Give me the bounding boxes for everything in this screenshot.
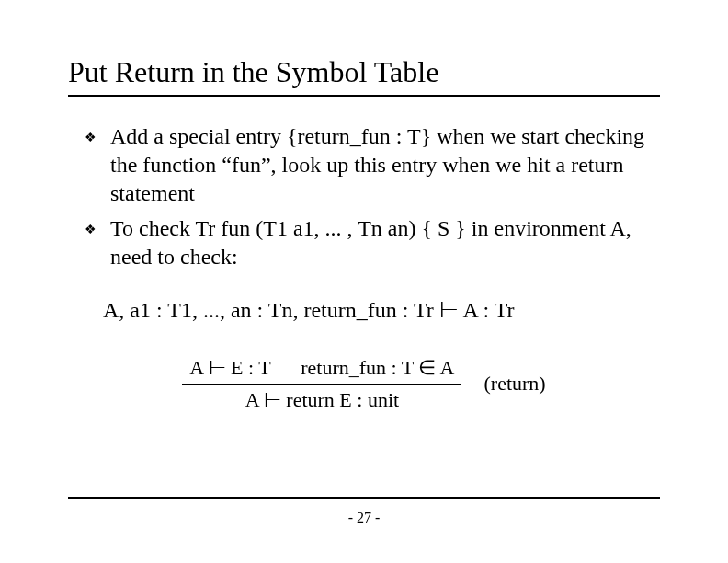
list-item: ❖ Add a special entry {return_fun : T} w… bbox=[85, 122, 660, 209]
bullet-text: To check Tr fun (T1 a1, ... , Tn an) { S… bbox=[110, 214, 660, 271]
typing-formula: A, a1 : T1, ..., an : Tn, return_fun : T… bbox=[103, 297, 660, 323]
rule-conclusion: A ⊢ return E : unit bbox=[182, 386, 461, 412]
inference-rule: A ⊢ E : T return_fun : T ∈ A A ⊢ return … bbox=[68, 356, 660, 412]
diamond-bullet-icon: ❖ bbox=[85, 214, 110, 244]
diamond-bullet-icon: ❖ bbox=[85, 122, 110, 152]
rule-premise: A ⊢ E : T return_fun : T ∈ A bbox=[182, 356, 461, 382]
slide-title: Put Return in the Symbol Table bbox=[68, 55, 660, 97]
list-item: ❖ To check Tr fun (T1 a1, ... , Tn an) {… bbox=[85, 214, 660, 271]
footer-divider bbox=[68, 497, 660, 499]
rule-label: (return) bbox=[483, 372, 545, 396]
bullet-list: ❖ Add a special entry {return_fun : T} w… bbox=[85, 122, 660, 271]
bullet-text: Add a special entry {return_fun : T} whe… bbox=[110, 122, 660, 209]
rule-divider bbox=[182, 384, 461, 385]
page-number: - 27 - bbox=[0, 510, 728, 526]
